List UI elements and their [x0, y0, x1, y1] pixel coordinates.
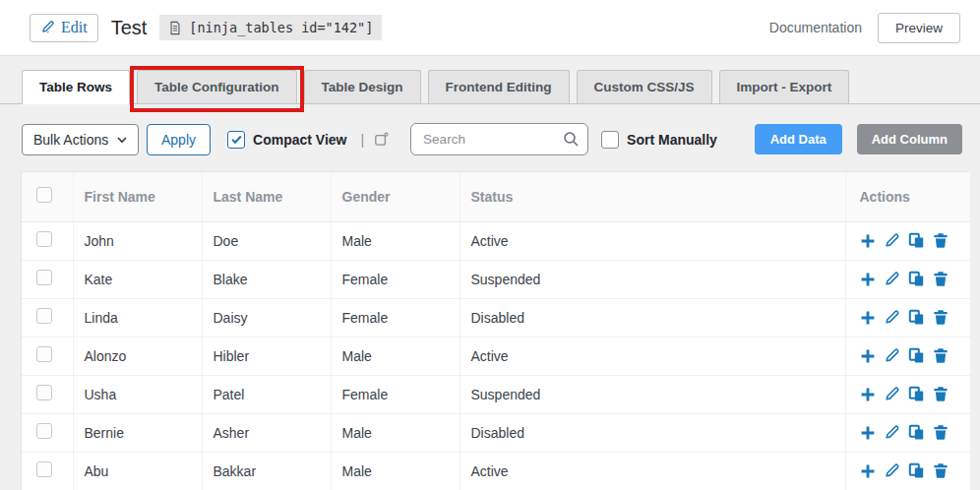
delete-icon[interactable]	[933, 424, 949, 441]
tab-custom-css-js[interactable]: Custom CSS/JS	[577, 70, 712, 103]
add-icon[interactable]	[860, 233, 876, 249]
cell-status: Active	[459, 221, 845, 260]
row-checkbox[interactable]	[36, 461, 52, 477]
table-row: JohnDoeMaleActive	[22, 221, 970, 260]
cell-gender: Male	[331, 452, 459, 490]
data-table: First Name Last Name Gender Status Actio…	[22, 172, 970, 490]
shortcode-text: [ninja_tables id="142"]	[189, 20, 373, 35]
column-header-status[interactable]: Status	[459, 172, 845, 221]
cell-last-name: Blake	[202, 260, 331, 298]
delete-icon[interactable]	[933, 347, 949, 364]
row-actions	[845, 298, 970, 337]
add-column-button[interactable]: Add Column	[857, 124, 962, 154]
cell-status: Disabled	[459, 298, 845, 337]
add-icon[interactable]	[860, 272, 876, 287]
separator-pipe: |	[360, 132, 364, 148]
delete-icon[interactable]	[933, 386, 949, 402]
duplicate-icon[interactable]	[908, 271, 925, 287]
column-header-gender[interactable]: Gender	[331, 172, 459, 221]
cell-gender: Male	[331, 337, 459, 375]
add-icon[interactable]	[860, 387, 876, 402]
row-checkbox[interactable]	[36, 231, 52, 247]
sort-manually-group: Sort Manually	[601, 131, 717, 149]
edit-icon[interactable]	[884, 309, 900, 326]
bulk-actions-label: Bulk Actions	[33, 132, 108, 148]
row-actions	[845, 375, 970, 413]
duplicate-icon[interactable]	[908, 232, 925, 249]
tab-table-design[interactable]: Table Design	[304, 70, 421, 103]
cell-status: Suspended	[459, 375, 845, 413]
tab-table-configuration[interactable]: Table Configuration	[137, 70, 297, 103]
column-header-last-name[interactable]: Last Name	[202, 172, 331, 221]
add-icon[interactable]	[860, 310, 876, 326]
add-icon[interactable]	[860, 348, 876, 364]
search-wrap	[410, 123, 588, 155]
cell-last-name: Bakkar	[202, 452, 331, 490]
row-actions	[845, 337, 970, 375]
delete-icon[interactable]	[933, 462, 949, 479]
duplicate-icon[interactable]	[908, 347, 925, 364]
compact-view-group: Compact View |	[227, 131, 389, 149]
bulk-actions-select[interactable]: Bulk Actions	[22, 124, 139, 155]
column-header-first-name[interactable]: First Name	[73, 172, 202, 221]
popup-window-icon[interactable]	[374, 132, 389, 147]
preview-button[interactable]: Preview	[878, 13, 960, 43]
delete-icon[interactable]	[933, 271, 949, 287]
pencil-icon	[40, 20, 55, 34]
duplicate-icon[interactable]	[908, 424, 925, 441]
cell-first-name: Kate	[73, 260, 202, 298]
tab-label: Import - Export	[737, 80, 832, 94]
select-all-checkbox[interactable]	[36, 187, 52, 203]
row-checkbox[interactable]	[36, 308, 52, 324]
cell-status: Disabled	[459, 413, 845, 452]
edit-icon[interactable]	[884, 424, 900, 441]
page-title: Test	[111, 17, 148, 39]
edit-icon[interactable]	[884, 386, 900, 402]
edit-button-label: Edit	[61, 19, 88, 36]
sort-manually-checkbox[interactable]	[601, 131, 619, 149]
add-data-button[interactable]: Add Data	[755, 124, 842, 154]
tab-import-export[interactable]: Import - Export	[719, 70, 850, 103]
toolbar-right: Add Data Add Column	[755, 124, 962, 154]
cell-first-name: John	[73, 221, 202, 260]
cell-last-name: Asher	[202, 413, 331, 452]
column-header-actions: Actions	[845, 172, 970, 221]
cell-status: Active	[459, 452, 845, 490]
row-checkbox[interactable]	[36, 346, 52, 362]
cell-last-name: Doe	[202, 221, 331, 260]
cell-last-name: Hibler	[202, 337, 331, 375]
table-row: UshaPatelFemaleSuspended	[22, 375, 970, 413]
row-actions	[845, 413, 970, 452]
top-bar: Edit Test [ninja_tables id="142"] Docume…	[0, 0, 980, 55]
row-checkbox[interactable]	[36, 423, 52, 439]
apply-button[interactable]: Apply	[147, 124, 211, 155]
add-icon[interactable]	[860, 425, 876, 441]
table-row: AlonzoHiblerMaleActive	[22, 337, 970, 375]
shortcode-chip: [ninja_tables id="142"]	[159, 15, 382, 40]
duplicate-icon[interactable]	[908, 309, 925, 326]
search-input[interactable]	[410, 123, 588, 155]
cell-first-name: Alonzo	[73, 337, 202, 375]
add-icon[interactable]	[860, 463, 876, 479]
tab-label: Table Rows	[39, 80, 112, 94]
row-checkbox[interactable]	[36, 270, 52, 285]
cell-gender: Female	[331, 375, 459, 413]
tab-label: Frontend Editing	[446, 80, 552, 94]
row-checkbox[interactable]	[36, 385, 52, 400]
tab-table-rows[interactable]: Table Rows	[22, 70, 130, 104]
duplicate-icon[interactable]	[908, 386, 925, 402]
edit-button[interactable]: Edit	[30, 14, 98, 42]
edit-icon[interactable]	[884, 347, 900, 364]
documentation-link[interactable]: Documentation	[769, 20, 862, 35]
duplicate-icon[interactable]	[908, 462, 925, 479]
delete-icon[interactable]	[933, 309, 949, 326]
edit-icon[interactable]	[884, 232, 900, 249]
table-header-row: First Name Last Name Gender Status Actio…	[22, 172, 970, 221]
cell-first-name: Bernie	[73, 413, 202, 452]
edit-icon[interactable]	[884, 462, 900, 479]
compact-view-checkbox[interactable]	[227, 131, 245, 149]
tab-frontend-editing[interactable]: Frontend Editing	[428, 70, 570, 103]
delete-icon[interactable]	[933, 232, 949, 249]
edit-icon[interactable]	[884, 271, 900, 287]
cell-first-name: Linda	[73, 298, 202, 337]
